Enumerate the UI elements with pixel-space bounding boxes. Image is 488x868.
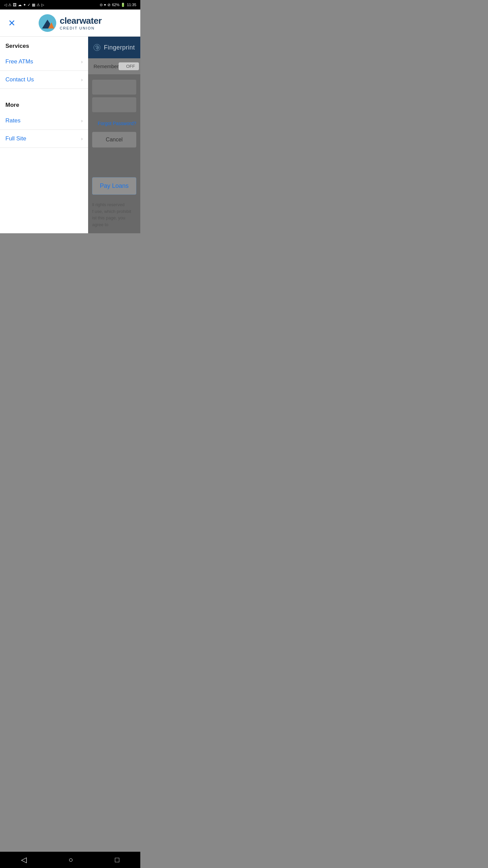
- sidebar-item-rates[interactable]: Rates ›: [0, 112, 88, 130]
- warning-icon: ⚠: [8, 3, 12, 7]
- toggle-state-label: OFF: [126, 64, 135, 69]
- time-label: 11:35: [127, 3, 136, 7]
- close-button[interactable]: ✕: [5, 16, 18, 30]
- chevron-right-icon: ›: [81, 77, 83, 82]
- sidebar-item-free-atms[interactable]: Free ATMs ›: [0, 53, 88, 71]
- play-icon: ▷: [41, 3, 44, 7]
- main-layout: Services Free ATMs › Contact Us › More R…: [0, 37, 140, 233]
- warning2-icon: ⚠: [37, 3, 40, 7]
- contact-us-label: Contact Us: [5, 76, 34, 83]
- chevron-right-icon: ›: [81, 59, 83, 64]
- logo-icon: [39, 14, 56, 32]
- logo-subtitle: CREDIT UNION: [60, 26, 102, 30]
- wifi-icon: ▾: [104, 3, 106, 7]
- footer-line-3: ist this page, you agree to: [92, 215, 136, 228]
- calendar-icon: ▦: [32, 3, 35, 7]
- forgot-password-link[interactable]: Forgot Password?: [98, 121, 136, 126]
- remember-row: Remember OFF: [88, 58, 140, 74]
- chevron-right-icon: ›: [81, 118, 83, 123]
- status-bar: ◁ ⚠ 🖼 ☁ ✦ ✓ ▦ ⚠ ▷ ⊝ ▾ ⊘ 62% 🔋 11:35: [0, 0, 140, 9]
- cloud-icon: ☁: [18, 3, 22, 7]
- sidebar-item-contact-us[interactable]: Contact Us ›: [0, 71, 88, 89]
- bg-inputs: [88, 74, 140, 118]
- image-icon: 🖼: [13, 3, 17, 7]
- services-section-header: Services: [0, 37, 88, 53]
- pay-loans-button[interactable]: Pay Loans: [92, 177, 136, 195]
- fingerprint-label: Fingerprint: [104, 44, 135, 51]
- chevron-right-icon: ›: [81, 136, 83, 141]
- full-site-label: Full Site: [5, 135, 26, 142]
- free-atms-label: Free ATMs: [5, 58, 33, 65]
- forgot-row: Forgot Password?: [88, 118, 140, 129]
- username-input[interactable]: [92, 80, 136, 95]
- more-section-header: More: [0, 96, 88, 112]
- sidebar: Services Free ATMs › Contact Us › More R…: [0, 37, 88, 233]
- footer-text: ll rights reserved f use, which prohibit…: [88, 195, 140, 231]
- sidebar-item-full-site[interactable]: Full Site ›: [0, 130, 88, 148]
- close-icon: ✕: [8, 18, 16, 28]
- logo-text: clearwater CREDIT UNION: [60, 16, 102, 30]
- logo-container: clearwater CREDIT UNION: [39, 14, 102, 32]
- block-icon: ⊝: [100, 3, 103, 7]
- bg-content: Fingerprint Remember OFF Forgot Password…: [88, 37, 140, 233]
- sun-icon: ✦: [23, 3, 26, 7]
- toggle-off[interactable]: OFF: [119, 62, 139, 70]
- battery-icon: 🔋: [121, 3, 125, 7]
- status-left: ◁ ⚠ 🖼 ☁ ✦ ✓ ▦ ⚠ ▷: [4, 3, 44, 7]
- back-icon: ◁: [4, 3, 7, 7]
- header: ✕ clearwater CREDIT UNION: [0, 9, 140, 37]
- signal-icon: ⊘: [107, 3, 110, 7]
- fingerprint-icon: [94, 41, 100, 54]
- remember-label: Remember: [94, 63, 119, 69]
- rates-label: Rates: [5, 117, 20, 124]
- check-icon: ✓: [27, 3, 30, 7]
- password-input[interactable]: [92, 97, 136, 112]
- battery-label: 62%: [112, 3, 119, 7]
- cancel-button[interactable]: Cancel: [92, 132, 136, 147]
- fingerprint-bar: Fingerprint: [88, 37, 140, 58]
- status-right: ⊝ ▾ ⊘ 62% 🔋 11:35: [100, 3, 136, 7]
- footer-line-2: f use, which prohibit: [92, 208, 136, 215]
- logo-name: clearwater: [60, 16, 102, 26]
- footer-line-1: ll rights reserved: [92, 201, 136, 208]
